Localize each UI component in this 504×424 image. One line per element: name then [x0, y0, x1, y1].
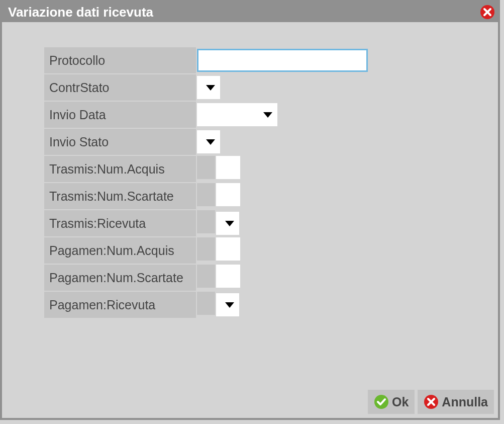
- chevron-down-icon: [225, 302, 234, 308]
- row-pagamen-numscartate: Pagamen:Num.Scartate: [44, 265, 498, 291]
- input-trasmis-numacquis[interactable]: [216, 156, 240, 179]
- label-contrstato: ContrStato: [44, 74, 196, 101]
- label-trasmis-numacquis: Trasmis:Num.Acquis: [44, 156, 196, 182]
- label-pagamen-ricevuta: Pagamen:Ricevuta: [44, 292, 196, 318]
- dialog: Variazione dati ricevuta Protocollo Cont…: [0, 0, 500, 420]
- input-protocollo[interactable]: [197, 49, 368, 72]
- dropdown-inviodata[interactable]: [197, 103, 277, 126]
- label-trasmis-numscartate: Trasmis:Num.Scartate: [44, 183, 196, 209]
- chevron-down-icon: [263, 112, 272, 118]
- input-pagamen-numacquis[interactable]: [216, 237, 240, 261]
- close-button[interactable]: [480, 5, 495, 20]
- titlebar: Variazione dati ricevuta: [2, 2, 498, 22]
- footer: Ok Annulla: [368, 390, 494, 414]
- spacer: [197, 210, 215, 233]
- spacer: [197, 183, 215, 206]
- label-inviodata: Invio Data: [44, 102, 196, 128]
- ok-button-label: Ok: [392, 395, 409, 409]
- spacer: [197, 156, 215, 179]
- input-pagamen-numscartate[interactable]: [216, 265, 240, 288]
- spacer: [197, 237, 215, 261]
- chevron-down-icon: [206, 139, 215, 145]
- label-inviostato: Invio Stato: [44, 129, 196, 155]
- check-icon: [374, 394, 389, 409]
- dropdown-contrstato[interactable]: [197, 76, 220, 99]
- cancel-icon: [424, 394, 439, 409]
- row-trasmis-numscartate: Trasmis:Num.Scartate: [44, 183, 498, 209]
- row-pagamen-ricevuta: Pagamen:Ricevuta: [44, 292, 498, 318]
- label-pagamen-numscartate: Pagamen:Num.Scartate: [44, 265, 196, 291]
- chevron-down-icon: [225, 221, 234, 226]
- ok-button[interactable]: Ok: [368, 390, 415, 414]
- dropdown-pagamen-ricevuta[interactable]: [216, 293, 239, 316]
- dropdown-inviostato[interactable]: [197, 130, 220, 153]
- row-inviodata: Invio Data: [44, 102, 498, 128]
- row-protocollo: Protocollo: [44, 47, 498, 73]
- close-icon: [480, 5, 495, 20]
- label-trasmis-ricevuta: Trasmis:Ricevuta: [44, 210, 196, 236]
- row-trasmis-numacquis: Trasmis:Num.Acquis: [44, 156, 498, 182]
- dialog-title: Variazione dati ricevuta: [8, 5, 153, 20]
- cancel-button-label: Annulla: [442, 395, 488, 409]
- input-trasmis-numscartate[interactable]: [216, 183, 240, 206]
- row-contrstato: ContrStato: [44, 74, 498, 101]
- chevron-down-icon: [206, 85, 215, 91]
- spacer: [197, 292, 215, 315]
- spacer: [197, 265, 215, 288]
- row-trasmis-ricevuta: Trasmis:Ricevuta: [44, 210, 498, 236]
- row-inviostato: Invio Stato: [44, 129, 498, 155]
- label-protocollo: Protocollo: [44, 47, 196, 73]
- form-area: Protocollo ContrStato Invio Data Invio S: [2, 22, 498, 318]
- dropdown-trasmis-ricevuta[interactable]: [216, 212, 239, 235]
- row-pagamen-numacquis: Pagamen:Num.Acquis: [44, 237, 498, 264]
- cancel-button[interactable]: Annulla: [418, 390, 494, 414]
- label-pagamen-numacquis: Pagamen:Num.Acquis: [44, 237, 196, 264]
